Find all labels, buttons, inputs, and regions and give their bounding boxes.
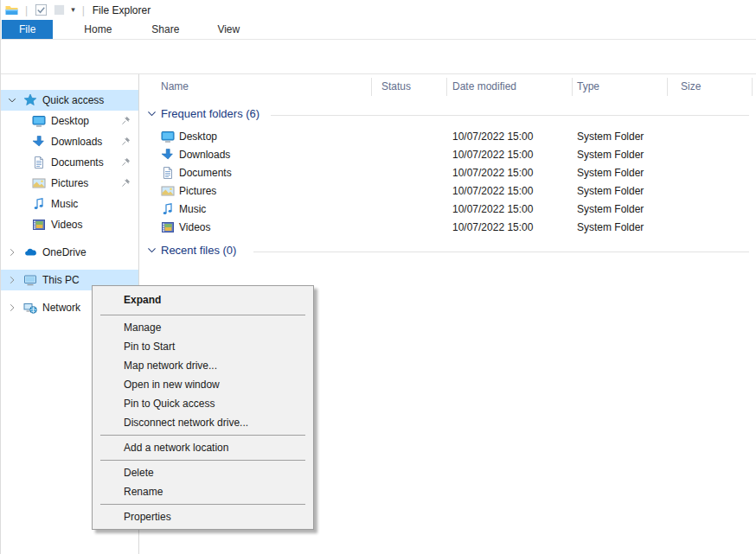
file-explorer-window: | ▾ | File Explorer File Home Share View… — [0, 0, 756, 554]
file-date-modified: 10/07/2022 15:00 — [452, 203, 533, 215]
tab-file[interactable]: File — [2, 20, 53, 39]
file-row-documents[interactable]: Documents 10/07/2022 15:00 System Folder — [139, 164, 756, 182]
sidebar-item-label: OneDrive — [42, 246, 86, 258]
sidebar-item-label: Quick access — [42, 94, 104, 106]
menu-item-pin-to-quick-access[interactable]: Pin to Quick access — [93, 394, 313, 413]
tab-share[interactable]: Share — [139, 20, 191, 39]
menu-item-open-in-new-window[interactable]: Open in new window — [93, 375, 313, 394]
file-type: System Folder — [577, 149, 644, 161]
music-icon — [32, 197, 46, 211]
group-header-label: Recent files (0) — [161, 244, 236, 257]
file-row-desktop[interactable]: Desktop 10/07/2022 15:00 System Folder — [139, 128, 756, 146]
chevron-right-icon[interactable] — [6, 246, 18, 258]
file-name: Pictures — [179, 185, 216, 197]
file-row-downloads[interactable]: Downloads 10/07/2022 15:00 System Folder — [139, 146, 756, 164]
properties-quick-button[interactable] — [34, 3, 48, 17]
videos-icon — [32, 218, 46, 232]
pin-icon — [120, 177, 131, 188]
titlebar-separator: | — [25, 4, 28, 16]
file-type: System Folder — [577, 131, 644, 143]
column-header-type[interactable]: Type — [577, 80, 599, 92]
chevron-down-icon[interactable] — [146, 245, 157, 256]
group-header-line — [253, 252, 749, 252]
downloads-icon — [32, 135, 46, 149]
pin-icon — [120, 156, 131, 168]
sidebar-item-onedrive[interactable]: OneDrive — [1, 242, 138, 263]
file-date-modified: 10/07/2022 15:00 — [452, 185, 533, 197]
menu-item-delete[interactable]: Delete — [93, 463, 313, 482]
column-header-date-modified[interactable]: Date modified — [452, 80, 516, 92]
group-header-recent-files[interactable]: Recent files (0) — [146, 244, 236, 257]
sidebar-item-label: This PC — [42, 274, 80, 286]
chevron-down-icon[interactable] — [6, 94, 18, 106]
column-header-name[interactable]: Name — [161, 80, 189, 92]
sidebar-item-label: Music — [51, 198, 78, 210]
file-type: System Folder — [577, 221, 644, 233]
sidebar-item-label: Videos — [51, 219, 82, 231]
column-divider[interactable] — [446, 78, 447, 96]
menu-item-properties[interactable]: Properties — [93, 507, 313, 526]
menu-separator — [100, 435, 305, 436]
this-pc-icon — [23, 273, 37, 287]
column-divider[interactable] — [371, 78, 372, 96]
sidebar-item-pictures[interactable]: Pictures — [1, 173, 138, 194]
file-row-pictures[interactable]: Pictures 10/07/2022 15:00 System Folder — [139, 182, 756, 201]
file-date-modified: 10/07/2022 15:00 — [452, 221, 533, 233]
menu-item-pin-to-start[interactable]: Pin to Start — [93, 337, 313, 356]
menu-item-disconnect-network-drive[interactable]: Disconnect network drive... — [93, 413, 313, 432]
menu-separator — [100, 315, 305, 315]
onedrive-icon — [23, 245, 37, 259]
file-name: Downloads — [179, 149, 230, 161]
sidebar-item-documents[interactable]: Documents — [1, 152, 138, 173]
file-type: System Folder — [577, 203, 644, 215]
sidebar-item-label: Network — [42, 302, 80, 314]
file-name: Desktop — [179, 131, 217, 143]
sidebar-item-label: Pictures — [51, 177, 88, 189]
menu-item-map-network-drive[interactable]: Map network drive... — [93, 356, 313, 375]
menu-item-add-a-network-location[interactable]: Add a network location — [93, 438, 313, 457]
menu-item-expand[interactable]: Expand — [93, 289, 313, 312]
chevron-right-icon[interactable] — [6, 274, 18, 286]
sidebar-item-quick-access[interactable]: Quick access — [1, 90, 138, 111]
tab-home[interactable]: Home — [72, 20, 124, 39]
pictures-icon — [32, 176, 46, 190]
group-header-frequent-folders[interactable]: Frequent folders (6) — [146, 107, 259, 120]
documents-icon — [161, 166, 175, 180]
column-header-size[interactable]: Size — [681, 80, 701, 92]
column-divider[interactable] — [667, 78, 668, 96]
customize-quick-access-toolbar-icon[interactable]: ▾ — [71, 6, 75, 14]
pin-icon — [120, 115, 131, 126]
titlebar-separator: | — [82, 4, 85, 16]
desktop-icon — [161, 130, 175, 143]
file-row-videos[interactable]: Videos 10/07/2022 15:00 System Folder — [139, 219, 756, 237]
file-name: Videos — [179, 221, 210, 233]
sidebar-item-label: Desktop — [51, 115, 89, 127]
column-header-row: Name Status Date modified Type Size — [139, 76, 756, 98]
chevron-down-icon[interactable] — [146, 108, 157, 119]
pin-icon — [120, 136, 131, 147]
sidebar-item-music[interactable]: Music — [1, 194, 138, 214]
menu-item-rename[interactable]: Rename — [93, 482, 313, 501]
context-menu: Expand Manage Pin to Start Map network d… — [92, 285, 314, 530]
file-date-modified: 10/07/2022 15:00 — [452, 149, 533, 161]
tab-view[interactable]: View — [205, 20, 252, 39]
window-title: File Explorer — [93, 4, 151, 16]
file-row-music[interactable]: Music 10/07/2022 15:00 System Folder — [139, 201, 756, 219]
sidebar-item-label: Documents — [51, 156, 104, 169]
column-header-status[interactable]: Status — [381, 80, 411, 92]
file-name: Documents — [179, 167, 232, 179]
videos-icon — [161, 220, 175, 234]
new-folder-quick-button[interactable] — [52, 3, 67, 17]
sidebar-item-downloads[interactable]: Downloads — [1, 131, 138, 152]
column-divider[interactable] — [752, 78, 753, 96]
sidebar-item-videos[interactable]: Videos — [1, 214, 138, 235]
file-date-modified: 10/07/2022 15:00 — [452, 131, 533, 143]
group-header-line — [271, 115, 749, 116]
menu-item-manage[interactable]: Manage — [93, 318, 313, 337]
column-divider[interactable] — [572, 78, 573, 96]
menu-separator — [100, 504, 305, 505]
titlebar: | ▾ | File Explorer — [1, 0, 756, 20]
quick-access-star-icon — [23, 93, 37, 107]
sidebar-item-desktop[interactable]: Desktop — [1, 111, 138, 131]
chevron-right-icon[interactable] — [6, 302, 18, 314]
